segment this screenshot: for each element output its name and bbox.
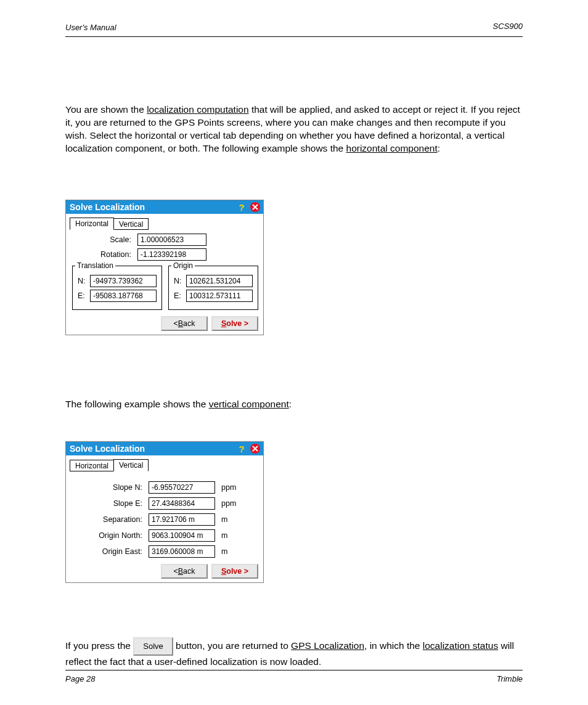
solve-button[interactable]: Solve > bbox=[211, 316, 258, 331]
link-vertical-component[interactable]: vertical component bbox=[209, 399, 289, 409]
origin-east-unit: m bbox=[221, 547, 227, 556]
dialog-body: Horizontal Vertical Scale: Rotation: Tra… bbox=[66, 214, 263, 335]
help-icon[interactable]: ? bbox=[236, 443, 247, 454]
rotation-input[interactable] bbox=[137, 248, 206, 261]
tab-vertical[interactable]: Vertical bbox=[113, 218, 149, 230]
header-left: User's Manual bbox=[65, 23, 116, 32]
slope-n-unit: ppm bbox=[221, 483, 236, 492]
translation-n-input[interactable] bbox=[90, 275, 157, 287]
origin-n-label: N: bbox=[174, 277, 186, 285]
dialog-title: Solve Localization bbox=[70, 202, 234, 212]
slope-e-label: Slope E: bbox=[70, 499, 149, 508]
origin-legend: Origin bbox=[171, 261, 195, 270]
link-localization-computation[interactable]: localization computation bbox=[147, 104, 248, 115]
titlebar: Solve Localization ? bbox=[66, 442, 263, 455]
tab-horizontal[interactable]: Horizontal bbox=[70, 460, 114, 471]
tabs: Horizontal Vertical bbox=[70, 216, 259, 230]
separation-input[interactable] bbox=[149, 513, 215, 526]
tab-vertical[interactable]: Vertical bbox=[113, 459, 149, 471]
translation-legend: Translation bbox=[75, 261, 115, 270]
separation-unit: m bbox=[221, 515, 227, 524]
back-button[interactable]: < Back bbox=[161, 564, 208, 579]
tab-horizontal[interactable]: Horizontal bbox=[70, 218, 114, 230]
page-footer: Page 28 Trimble bbox=[65, 670, 523, 683]
translation-e-input[interactable] bbox=[90, 290, 157, 302]
dialog-title: Solve Localization bbox=[70, 444, 234, 454]
dialog-body: Horizontal Vertical Slope N: ppm Slope E… bbox=[66, 455, 263, 582]
back-button[interactable]: < Back bbox=[161, 316, 208, 331]
footer-brand: Trimble bbox=[497, 674, 523, 683]
slope-e-unit: ppm bbox=[221, 499, 236, 508]
scale-input[interactable] bbox=[137, 234, 206, 246]
origin-north-unit: m bbox=[221, 531, 227, 540]
close-icon[interactable] bbox=[250, 443, 261, 454]
origin-e-input[interactable] bbox=[186, 290, 253, 302]
translation-e-label: E: bbox=[78, 291, 90, 300]
slope-e-input[interactable] bbox=[149, 497, 215, 510]
separation-label: Separation: bbox=[70, 515, 149, 524]
solve-inline-button: Solve bbox=[133, 637, 173, 656]
paragraph-3: If you press the Solve button, you are r… bbox=[65, 637, 524, 668]
origin-group: Origin N: E: bbox=[168, 266, 258, 310]
translation-n-label: N: bbox=[78, 277, 90, 285]
rotation-label: Rotation: bbox=[70, 250, 137, 259]
origin-n-input[interactable] bbox=[186, 275, 253, 287]
origin-north-input[interactable] bbox=[149, 529, 215, 542]
origin-north-label: Origin North: bbox=[70, 531, 149, 540]
tabs: Horizontal Vertical bbox=[70, 458, 259, 471]
origin-e-label: E: bbox=[174, 291, 186, 300]
origin-east-input[interactable] bbox=[149, 545, 215, 558]
page-number: Page 28 bbox=[65, 674, 95, 683]
link-localization-status[interactable]: localization status bbox=[423, 640, 498, 651]
translation-group: Translation N: E: bbox=[72, 266, 162, 310]
slope-n-label: Slope N: bbox=[70, 483, 149, 492]
close-icon[interactable] bbox=[250, 202, 261, 213]
slope-n-input[interactable] bbox=[149, 481, 215, 494]
titlebar: Solve Localization ? bbox=[66, 200, 263, 214]
origin-east-label: Origin East: bbox=[70, 547, 149, 556]
help-icon[interactable]: ? bbox=[236, 202, 247, 213]
scale-label: Scale: bbox=[70, 235, 137, 244]
link-gps-localization[interactable]: GPS Localization bbox=[291, 640, 364, 651]
paragraph-2: The following example shows the vertical… bbox=[65, 398, 524, 411]
dialog-solve-localization-vertical: Solve Localization ? Horizontal Vertical… bbox=[65, 441, 264, 583]
link-horizontal-component[interactable]: horizontal component bbox=[346, 143, 438, 153]
page-header: User's Manual SCS900 bbox=[65, 22, 523, 37]
dialog-solve-localization-horizontal: Solve Localization ? Horizontal Vertical… bbox=[65, 200, 264, 335]
paragraph-1: You are shown the localization computati… bbox=[65, 104, 524, 155]
solve-button[interactable]: Solve > bbox=[211, 564, 258, 579]
header-right: SCS900 bbox=[493, 22, 523, 31]
